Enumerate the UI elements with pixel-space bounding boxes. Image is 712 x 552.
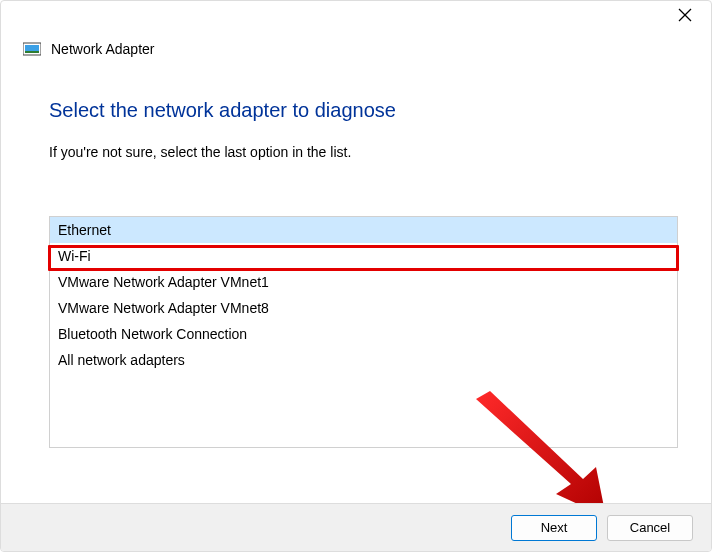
cancel-button[interactable]: Cancel [607, 515, 693, 541]
svg-rect-4 [25, 51, 39, 53]
page-subtext: If you're not sure, select the last opti… [49, 144, 663, 160]
list-item[interactable]: VMware Network Adapter VMnet1 [50, 269, 677, 295]
list-item[interactable]: Wi-Fi [50, 243, 677, 269]
svg-rect-3 [25, 45, 39, 51]
next-button[interactable]: Next [511, 515, 597, 541]
list-item[interactable]: All network adapters [50, 347, 677, 373]
window-title: Network Adapter [51, 41, 155, 57]
close-icon [678, 8, 692, 22]
list-item[interactable]: VMware Network Adapter VMnet8 [50, 295, 677, 321]
list-item[interactable]: Ethernet [50, 217, 677, 243]
header-row: Network Adapter [1, 29, 711, 63]
list-item[interactable]: Bluetooth Network Connection [50, 321, 677, 347]
close-button[interactable] [669, 1, 701, 29]
titlebar [1, 1, 711, 29]
network-adapter-icon [23, 41, 41, 57]
adapter-listbox[interactable]: Ethernet Wi-Fi VMware Network Adapter VM… [49, 216, 678, 448]
page-heading: Select the network adapter to diagnose [49, 99, 663, 122]
content-area: Select the network adapter to diagnose I… [1, 63, 711, 448]
button-bar: Next Cancel [1, 503, 711, 551]
